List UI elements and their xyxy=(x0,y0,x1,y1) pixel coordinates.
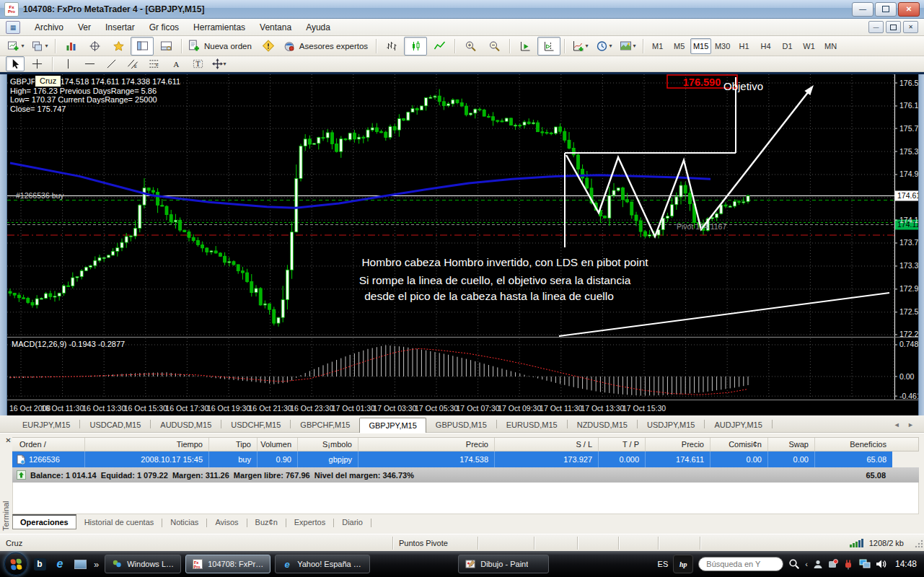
timeframe-mn-button[interactable]: MN xyxy=(820,38,841,54)
chart-tab-eurusd[interactable]: EURUSD,M15 xyxy=(497,418,567,432)
quicklaunch-b[interactable]: b xyxy=(32,555,48,573)
mdi-restore-button[interactable] xyxy=(886,21,901,33)
chart-window-right-edge[interactable] xyxy=(918,74,924,415)
taskbar-clock[interactable]: 14:48 xyxy=(892,559,920,569)
timeframe-h1-button[interactable]: H1 xyxy=(734,38,754,54)
zoom-in-button[interactable] xyxy=(459,37,482,56)
menu-insertar[interactable]: Insertar xyxy=(98,20,142,35)
horizontal-line-tool-button[interactable] xyxy=(80,56,99,71)
crosshair-tool-button[interactable] xyxy=(27,56,46,71)
new-chart-button[interactable]: ▾ xyxy=(4,37,27,56)
profiles-button[interactable]: ▾ xyxy=(28,37,51,56)
minimize-button[interactable]: — xyxy=(852,2,874,17)
header-tp[interactable]: T / P xyxy=(599,438,646,451)
header-volumen[interactable]: Volumen xyxy=(258,438,298,451)
chart-canvas[interactable]: 176.590 Objetivo Hombro cabeza Hombro in… xyxy=(7,74,918,415)
terminal-tab-buzon[interactable]: Buz¢n xyxy=(247,515,286,529)
quicklaunch-overflow-chevron[interactable]: » xyxy=(92,559,100,570)
timeframe-d1-button[interactable]: D1 xyxy=(777,38,798,54)
nueva-orden-button[interactable]: Nueva orden xyxy=(185,37,256,56)
trendline-tool-button[interactable] xyxy=(102,56,120,71)
menu-ver[interactable]: Ver xyxy=(71,20,98,35)
terminal-tab-avisos[interactable]: Avisos xyxy=(207,515,246,529)
chart-tab-usdcad[interactable]: USDCAD,M15 xyxy=(80,418,150,432)
chart-shift-button[interactable] xyxy=(537,37,560,56)
close-button[interactable]: ✕ xyxy=(898,2,920,17)
auto-scroll-button[interactable] xyxy=(514,37,537,56)
chart-tab-eurjpy[interactable]: EURJPY,M15 xyxy=(13,418,79,432)
user-tray-icon[interactable] xyxy=(813,559,823,569)
zoom-out-button[interactable] xyxy=(483,37,506,56)
tray-collapse-icon[interactable]: ‹ xyxy=(805,560,808,568)
chart-tab-usdchf[interactable]: USDCHF,M15 xyxy=(221,418,290,432)
terminal-tab-historial[interactable]: Historial de cuentas xyxy=(76,515,162,529)
periods-button[interactable]: ▾ xyxy=(592,37,615,56)
cursor-tool-button[interactable] xyxy=(6,56,25,71)
terminal-tab-noticias[interactable]: Noticias xyxy=(162,515,206,529)
maximize-button[interactable] xyxy=(875,2,897,17)
menu-archivo[interactable]: Archivo xyxy=(27,20,71,35)
header-precio-open[interactable]: Precio xyxy=(358,438,495,451)
text-label-tool-button[interactable]: T xyxy=(188,56,207,71)
start-button[interactable] xyxy=(4,552,27,576)
indicators-button[interactable]: ▾ xyxy=(568,37,591,56)
data-window-button[interactable] xyxy=(83,37,106,56)
timeframe-m30-button[interactable]: M30 xyxy=(712,38,733,54)
order-row[interactable]: 1266536 2008.10.17 15:45 buy 0.90 gbpjpy… xyxy=(12,452,892,467)
alert-tray-icon[interactable] xyxy=(828,559,838,569)
terminal-tab-operaciones[interactable]: Operaciones xyxy=(12,514,76,529)
timeframe-m15-button[interactable]: M15 xyxy=(690,38,711,54)
taskbar-button-metatrader[interactable]: FxPro 104708: FxPro Meta... xyxy=(185,555,270,573)
header-tipo[interactable]: Tipo xyxy=(209,438,258,451)
search-input[interactable] xyxy=(705,559,777,569)
templates-button[interactable]: ▾ xyxy=(616,37,639,56)
chart-tab-gbpjpy-active[interactable]: GBPJPY,M15 xyxy=(359,418,426,433)
header-sl[interactable]: S / L xyxy=(495,438,599,451)
bar-chart-button[interactable] xyxy=(380,37,403,56)
mdi-minimize-button[interactable]: — xyxy=(868,21,884,33)
header-swap[interactable]: Swap xyxy=(768,438,815,451)
menu-graficos[interactable]: Gr ficos xyxy=(142,20,186,35)
header-simbolo[interactable]: S¡mbolo xyxy=(298,438,358,451)
volume-tray-icon[interactable] xyxy=(876,559,887,569)
taskbar-button-messenger[interactable]: Windows Live Mess... xyxy=(105,555,181,573)
vertical-line-tool-button[interactable] xyxy=(58,56,77,71)
header-beneficios[interactable]: Beneficios xyxy=(815,438,892,451)
market-watch-button[interactable] xyxy=(59,37,82,56)
channel-tool-button[interactable]: E xyxy=(123,56,142,71)
header-tiempo[interactable]: Tiempo xyxy=(85,438,209,451)
arrows-tool-button[interactable]: ▾ xyxy=(210,56,229,71)
fibonacci-tool-button[interactable]: F xyxy=(145,56,164,71)
header-precio-current[interactable]: Precio xyxy=(646,438,710,451)
alerts-button[interactable] xyxy=(257,37,280,56)
head-and-shoulders-zigzag[interactable] xyxy=(566,89,811,237)
show-desktop-icon[interactable] xyxy=(72,555,88,573)
quicklaunch-ie-icon[interactable]: e xyxy=(52,555,68,573)
favorites-button[interactable] xyxy=(107,37,130,56)
line-chart-button[interactable] xyxy=(428,37,451,56)
terminal-tab-diario[interactable]: Diario xyxy=(334,515,371,529)
timeframe-h4-button[interactable]: H4 xyxy=(755,38,776,54)
timeframe-m1-button[interactable]: M1 xyxy=(647,38,668,54)
header-comision[interactable]: Comisi¢n xyxy=(710,438,768,451)
mdi-close-button[interactable]: ✕ xyxy=(903,21,918,33)
network-tray-icon[interactable] xyxy=(859,559,871,569)
menu-ventana[interactable]: Ventana xyxy=(252,20,299,35)
timeframe-w1-button[interactable]: W1 xyxy=(798,38,819,54)
chart-tab-gbpusd[interactable]: GBPUSD,M15 xyxy=(426,418,496,432)
taskbar-button-paint[interactable]: Dibujo - Paint xyxy=(458,555,549,573)
tab-scroll-arrows[interactable]: ◄ ► xyxy=(894,421,917,428)
chart-tab-usdjpy[interactable]: USDJPY,M15 xyxy=(638,418,704,432)
chart-tab-gbpchf[interactable]: GBPCHF,M15 xyxy=(291,418,359,432)
power-plug-tray-icon[interactable] xyxy=(843,559,854,570)
taskbar-button-yahoo[interactable]: e Yahoo! España - Wi... xyxy=(275,555,370,573)
chart-tab-audusd[interactable]: AUDUSD,M15 xyxy=(151,418,221,432)
terminal-toggle-button[interactable] xyxy=(154,37,177,56)
candlestick-chart-button[interactable] xyxy=(404,37,427,56)
asesores-expertos-button[interactable]: Asesores expertos xyxy=(281,37,372,56)
chart-tab-nzdusd[interactable]: NZDUSD,M15 xyxy=(568,418,637,432)
terminal-tab-expertos[interactable]: Expertos xyxy=(286,515,333,529)
resize-grip[interactable] xyxy=(912,537,924,549)
header-orden[interactable]: Orden / xyxy=(12,438,85,451)
search-icon[interactable] xyxy=(788,558,800,570)
